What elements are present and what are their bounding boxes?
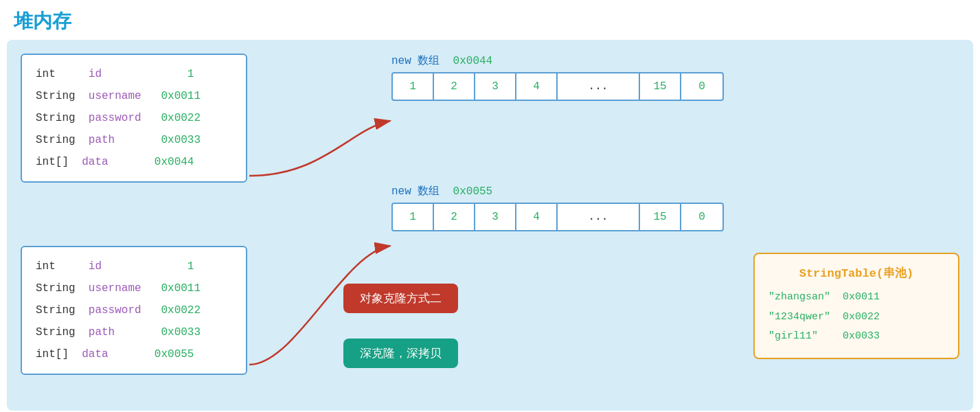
array2-cell-0: 0 <box>681 204 722 230</box>
object-box-1: int id 1 String username 0x0011 String p… <box>21 54 247 183</box>
array1-cell-2: 2 <box>434 73 475 100</box>
array2-cell-dots: ... <box>558 204 640 230</box>
array1-label: new 数组 0x0044 <box>391 54 724 68</box>
main-area: int id 1 String username 0x0011 String p… <box>7 40 973 411</box>
obj2-row-data: int[] data 0x0055 <box>36 343 232 365</box>
obj1-row-path: String path 0x0033 <box>36 129 232 151</box>
array2-row: 1 2 3 4 ... 15 0 <box>391 203 724 231</box>
string-table-row-3: "girl11" 0x0033 <box>768 327 944 347</box>
obj2-row-password: String password 0x0022 <box>36 299 232 321</box>
page-title: 堆内存 <box>0 0 980 40</box>
obj2-row-id: int id 1 <box>36 255 232 277</box>
obj1-row-data: int[] data 0x0044 <box>36 151 232 173</box>
array-section-1: new 数组 0x0044 1 2 3 4 ... 15 0 <box>391 54 724 101</box>
array2-label: new 数组 0x0055 <box>391 184 724 198</box>
array1-cell-15: 15 <box>640 73 681 100</box>
obj2-row-path: String path 0x0033 <box>36 321 232 343</box>
object-box-2: int id 1 String username 0x0011 String p… <box>21 246 247 375</box>
array2-cell-15: 15 <box>640 204 681 230</box>
array1-cell-0: 0 <box>681 73 722 100</box>
deep-clone-button[interactable]: 深克隆，深拷贝 <box>343 339 458 368</box>
obj2-row-username: String username 0x0011 <box>36 277 232 299</box>
array1-cell-4: 4 <box>516 73 558 100</box>
array1-cell-3: 3 <box>475 73 516 100</box>
string-table-row-1: "zhangsan" 0x0011 <box>768 288 944 308</box>
string-table-title: StringTable(串池) <box>768 265 944 281</box>
array2-cell-1: 1 <box>393 204 434 230</box>
array-section-2: new 数组 0x0055 1 2 3 4 ... 15 0 <box>391 184 724 231</box>
clone-button[interactable]: 对象克隆方式二 <box>343 284 458 313</box>
array1-cell-1: 1 <box>393 73 434 100</box>
array1-row: 1 2 3 4 ... 15 0 <box>391 72 724 101</box>
obj1-row-id: int id 1 <box>36 63 232 85</box>
array2-cell-2: 2 <box>434 204 475 230</box>
array2-cell-4: 4 <box>516 204 558 230</box>
array1-cell-dots: ... <box>558 73 640 100</box>
string-table: StringTable(串池) "zhangsan" 0x0011 "1234q… <box>753 253 959 359</box>
obj1-row-username: String username 0x0011 <box>36 85 232 107</box>
string-table-row-2: "1234qwer" 0x0022 <box>768 308 944 328</box>
array2-cell-3: 3 <box>475 204 516 230</box>
obj1-row-password: String password 0x0022 <box>36 107 232 129</box>
